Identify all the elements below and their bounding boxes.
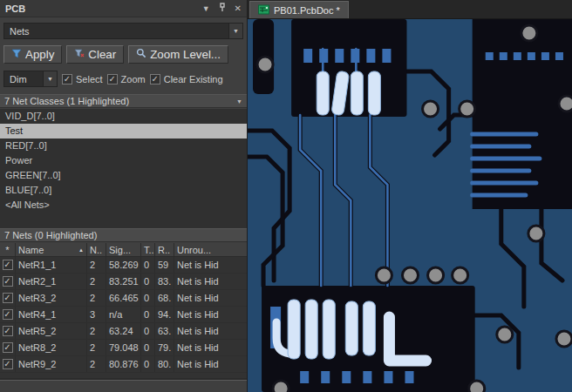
column-header-check[interactable]: * <box>0 243 16 256</box>
net-name-cell: NetR1_1 <box>16 257 87 273</box>
panel-menu-dropdown-icon[interactable]: ▼ <box>202 4 210 13</box>
node-count-cell: 2 <box>87 356 106 372</box>
dim-value: Dim <box>10 74 27 84</box>
net-class-item[interactable]: <All Nets> <box>0 198 247 213</box>
net-name-cell: NetR9_2 <box>16 356 87 372</box>
column-header-r[interactable]: R.. <box>155 243 174 256</box>
clear-filter-icon <box>74 48 85 61</box>
tab-label: PB01.PcbDoc * <box>274 5 340 16</box>
nets-header-label: 7 Nets (0 Highlighted) <box>4 230 97 240</box>
net-class-item[interactable]: GREEN[7..0] <box>0 168 247 183</box>
node-count-cell: 2 <box>87 323 106 339</box>
unrouted-cell: Net is Hid <box>174 290 247 306</box>
select-checkbox-label: Select <box>76 74 103 84</box>
r-cell: 80. <box>155 356 174 372</box>
table-row[interactable]: ✓ NetR8_2 2 79.048 0 79. Net is Hid <box>0 340 247 356</box>
dim-select[interactable]: Dim ▼ <box>3 71 58 87</box>
nets-table: ✓ NetR1_1 2 58.269 0 59 Net is Hid ✓ Net… <box>0 257 247 378</box>
apply-button[interactable]: Apply <box>3 45 62 64</box>
net-name-cell: NetR8_2 <box>16 340 87 355</box>
panel-splitter[interactable] <box>0 378 247 381</box>
t-cell: 0 <box>141 290 155 306</box>
zoom-checkbox-label: Zoom <box>121 74 146 84</box>
signal-length-cell: 79.048 <box>106 340 141 355</box>
table-row[interactable]: ✓ NetR9_2 2 80.876 0 80. Net is Hid <box>0 356 247 373</box>
net-checkbox[interactable]: ✓ <box>3 293 13 303</box>
column-header-signal[interactable]: Sig... <box>106 243 141 256</box>
node-count-cell: 2 <box>87 257 106 273</box>
panel-close-icon[interactable]: ✕ <box>235 4 242 13</box>
t-cell: 0 <box>141 274 155 289</box>
column-header-nodes[interactable]: N.. <box>87 243 106 256</box>
pcb-canvas[interactable] <box>248 19 572 392</box>
chevron-down-icon[interactable]: ▼ <box>228 24 242 38</box>
net-classes-header-label: 7 Net Classes (1 Highlighted) <box>4 96 129 106</box>
signal-length-cell: 80.876 <box>106 356 141 372</box>
panel-mode-select[interactable]: Nets ▼ <box>3 23 243 39</box>
net-class-item[interactable]: VID_D[7..0] <box>0 109 247 124</box>
t-cell: 0 <box>141 307 155 322</box>
clear-existing-checkbox-label: Clear Existing <box>164 74 223 84</box>
net-checkbox[interactable]: ✓ <box>3 342 13 353</box>
select-checkbox[interactable]: ✓ <box>62 74 72 84</box>
net-classes-list: VID_D[7..0] Test RED[7..0] Power GREEN[7… <box>0 109 247 228</box>
pcb-viewport[interactable] <box>248 19 572 392</box>
zoom-level-label: Zoom Level... <box>150 48 221 61</box>
unrouted-cell: Net is Hid <box>174 356 247 372</box>
unrouted-cell: Net is Hid <box>174 340 247 355</box>
net-class-item-selected[interactable]: Test <box>0 124 247 139</box>
editor-area: PB01.PcbDoc * <box>248 0 572 392</box>
net-checkbox[interactable]: ✓ <box>3 309 13 320</box>
table-row[interactable]: ✓ NetR2_1 2 83.251 0 83. Net is Hid <box>0 274 247 290</box>
net-class-item[interactable]: BLUE[7..0] <box>0 183 247 198</box>
clear-existing-checkbox[interactable]: ✓ <box>150 74 160 84</box>
clear-button[interactable]: Clear <box>66 45 124 64</box>
r-cell: 59 <box>155 257 174 273</box>
net-class-item[interactable]: RED[7..0] <box>0 139 247 153</box>
zoom-checkbox[interactable]: ✓ <box>107 74 118 84</box>
magnifier-icon <box>136 48 146 61</box>
net-checkbox[interactable]: ✓ <box>3 359 13 369</box>
signal-length-cell: 63.24 <box>106 323 141 339</box>
unrouted-cell: Net is Hid <box>174 323 247 339</box>
panel-pin-icon[interactable] <box>218 3 227 14</box>
net-checkbox[interactable]: ✓ <box>3 326 13 336</box>
panel-toolbar: Apply Clear Zoom Level... <box>3 45 228 64</box>
panel-mode-value: Nets <box>10 26 30 37</box>
table-row[interactable]: ✓ NetR1_1 2 58.269 0 59 Net is Hid <box>0 257 247 274</box>
node-count-cell: 3 <box>87 307 106 322</box>
apply-filter-icon <box>11 48 22 61</box>
apply-label: Apply <box>25 48 54 61</box>
net-name-cell: NetR2_1 <box>16 274 87 289</box>
table-row[interactable]: ✓ NetR5_2 2 63.24 0 63. Net is Hid <box>0 323 247 340</box>
panel-header: PCB ▼ ✕ <box>0 0 247 17</box>
table-row[interactable]: ✓ NetR3_2 2 66.465 0 68. Net is Hid <box>0 290 247 307</box>
panel-title: PCB <box>5 3 25 14</box>
r-cell: 79. <box>155 340 174 355</box>
net-class-item[interactable]: Power <box>0 153 247 168</box>
net-classes-section-header[interactable]: 7 Net Classes (1 Highlighted) ▼ <box>0 94 247 108</box>
unrouted-cell: Net is Hid <box>174 274 247 289</box>
net-checkbox[interactable]: ✓ <box>3 260 13 270</box>
column-header-name[interactable]: Name ▲ <box>16 243 87 256</box>
signal-length-cell: 83.251 <box>106 274 141 289</box>
pcbdoc-icon <box>258 4 269 17</box>
column-header-t[interactable]: T... <box>141 243 155 256</box>
table-row[interactable]: ✓ NetR4_1 3 n/a 0 94. Net is Hid <box>0 307 247 323</box>
tab-pb01-pcbdoc[interactable]: PB01.PcbDoc * <box>249 1 349 18</box>
net-name-cell: NetR3_2 <box>16 290 87 306</box>
r-cell: 68. <box>155 290 174 306</box>
pcb-panel: PCB ▼ ✕ Nets ▼ Apply <box>0 0 248 392</box>
nets-section-header[interactable]: 7 Nets (0 Highlighted) <box>0 228 247 242</box>
name-header-label: Name <box>18 245 44 255</box>
node-count-cell: 2 <box>87 340 106 355</box>
zoom-level-button[interactable]: Zoom Level... <box>128 45 228 64</box>
sort-asc-icon: ▲ <box>78 247 84 253</box>
node-count-cell: 2 <box>87 274 106 289</box>
collapse-icon[interactable]: ▼ <box>236 98 242 105</box>
net-name-cell: NetR4_1 <box>16 307 87 322</box>
chevron-down-icon[interactable]: ▼ <box>43 71 57 86</box>
column-header-unrouted[interactable]: Unrou... <box>174 243 247 256</box>
document-tab-bar: PB01.PcbDoc * <box>248 0 572 19</box>
net-checkbox[interactable]: ✓ <box>3 276 13 287</box>
